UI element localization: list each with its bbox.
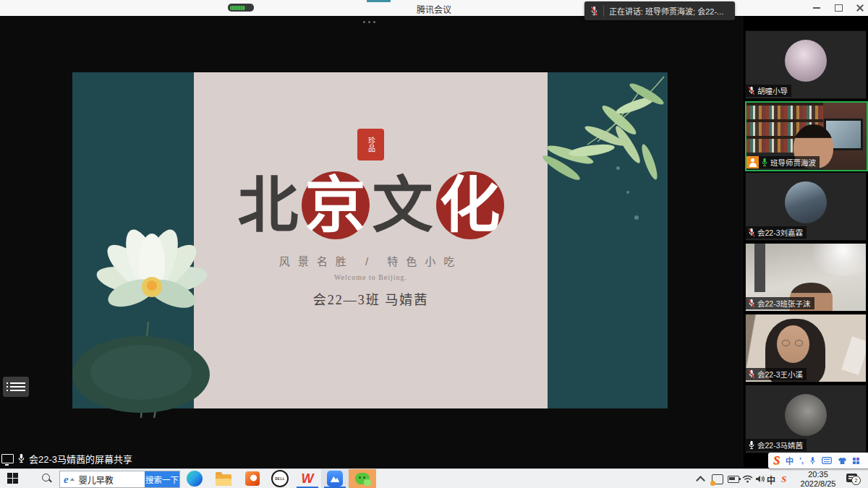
window-title: 腾讯会议 [0, 3, 868, 15]
mic-muted-icon [748, 86, 755, 95]
mic-on-icon [17, 453, 25, 463]
taskbar-edge-button[interactable] [181, 469, 208, 488]
bubble-dot [626, 191, 629, 194]
soft-keyboard-icon[interactable] [822, 457, 832, 464]
participant-tile-active-speaker[interactable]: 班导师贾海波 [745, 101, 868, 171]
volume-icon[interactable] [755, 475, 765, 483]
participant-tile[interactable]: 胡曈小导 [745, 30, 867, 99]
shared-screen-stage: 珍品 北 京 文 化 风景名胜 / 特色小吃 Welcome to Beijin… [0, 16, 868, 468]
search-query-text[interactable]: 婴儿早教 [79, 474, 114, 486]
screen-share-banner-text: 会22-3马婧茜的屏幕共享 [29, 452, 132, 466]
taskbar-wechat-button[interactable] [349, 469, 376, 488]
caret-up-icon [70, 478, 75, 481]
maximize-button[interactable] [827, 0, 849, 16]
top-teal-indicator [367, 0, 391, 2]
taskbar-clock[interactable]: 20:35 2022/8/25 [796, 470, 841, 488]
minimize-icon [813, 7, 820, 9]
participant-name: 会22-3马婧茜 [757, 440, 803, 450]
avatar [785, 40, 827, 82]
tray-overflow-chevron-icon[interactable] [696, 476, 705, 485]
bubble-dot [634, 215, 639, 220]
title-bar[interactable]: 腾讯会议 [0, 0, 868, 17]
taskbar-dell-button[interactable]: DELL [266, 469, 294, 488]
taskbar-search-icon[interactable] [42, 474, 52, 484]
toolbox-grid-icon[interactable] [853, 458, 859, 464]
ime-language-indicator[interactable]: 中 [767, 474, 775, 486]
title-char-dark: 文 [373, 171, 433, 239]
title-char-dark: 北 [237, 171, 298, 239]
toast-divider [603, 6, 604, 17]
taskbar-office-button[interactable] [239, 469, 266, 488]
participant-name: 会22-3王小溪 [757, 369, 803, 380]
battery-icon[interactable] [728, 476, 739, 483]
ime-mode-chinese[interactable]: 中 [786, 455, 793, 466]
seal-text: 珍品 [367, 137, 375, 153]
bubble-dot [616, 166, 620, 170]
tray-tablet-icon[interactable] [712, 474, 723, 484]
mic-on-icon [748, 440, 755, 450]
taskbar-explorer-button[interactable] [210, 469, 237, 488]
red-seal-stamp: 珍品 [357, 129, 384, 160]
lotus-flower-illustration [69, 217, 224, 419]
mic-active-icon [761, 158, 768, 167]
taskbar-search-box[interactable]: e 婴儿早教 搜索一下 [59, 471, 180, 488]
maximize-icon [835, 4, 843, 12]
browser-e-logo-icon: e [64, 474, 69, 486]
slide-title: 北 京 文 化 [194, 165, 548, 246]
toolbar-handle-dots[interactable] [363, 21, 375, 23]
participant-nametag: 会22-3刘嘉霖 [746, 226, 807, 239]
list-icon [7, 382, 25, 384]
participant-nametag: 会22-3班张子沫 [746, 297, 814, 309]
window-edge [754, 244, 765, 292]
taskbar-meeting-button[interactable] [321, 469, 349, 488]
office-icon [245, 471, 260, 486]
participant-tile[interactable]: 会22-3马婧茜 [745, 385, 867, 453]
tencent-meeting-icon [327, 471, 343, 487]
participant-nametag: 会22-3马婧茜 [746, 439, 807, 451]
voice-input-icon[interactable] [809, 456, 816, 466]
screen-share-icon [1, 454, 14, 463]
action-center-icon[interactable]: 2 [846, 474, 857, 482]
speaking-toast-text: 正在讲话: 班导师贾海波; 会22-... [609, 5, 723, 17]
wechat-icon [355, 473, 370, 484]
participant-tile[interactable]: 会22-3刘嘉霖 [745, 172, 867, 241]
close-button[interactable] [849, 0, 868, 16]
minimize-button[interactable] [806, 0, 827, 16]
punctuation-icon[interactable]: ’, [799, 456, 804, 465]
slide-welcome-text: Welcome to Beijing. [194, 273, 548, 281]
title-char-red-circle: 京 [302, 171, 370, 239]
sogou-tray-icon[interactable]: S [781, 474, 786, 485]
mic-muted-icon [748, 299, 755, 308]
close-icon [856, 4, 864, 12]
speaking-toast[interactable]: 正在讲话: 班导师贾海波; 会22-... [584, 1, 735, 20]
sidebar-expand-button[interactable] [3, 377, 29, 397]
dell-icon: DELL [271, 470, 289, 487]
search-go-button[interactable]: 搜索一下 [145, 471, 179, 487]
participant-name: 班导师贾海波 [770, 157, 816, 168]
taskbar-wps-button[interactable]: W [294, 469, 321, 488]
notification-badge: 2 [851, 476, 861, 485]
participant-name: 会22-3刘嘉霖 [757, 227, 803, 238]
slide-author: 会22—3班 马婧茜 [194, 289, 548, 308]
participant-nametag: 会22-3王小溪 [746, 368, 807, 380]
start-button[interactable] [7, 473, 18, 484]
clock-time: 20:35 [796, 470, 841, 479]
tencent-meeting-window: 腾讯会议 正在讲话: 班导师贾海波; 会22-... 珍品 北 [0, 0, 868, 488]
participant-nametag-row: 班导师贾海波 [746, 156, 820, 168]
participant-name: 会22-3班张子沫 [757, 298, 811, 309]
mic-muted-icon [748, 369, 755, 379]
avatar [785, 181, 827, 223]
title-char-red-circle: 化 [436, 171, 504, 239]
host-badge-icon [746, 156, 759, 168]
wps-icon: W [302, 471, 314, 487]
skin-shirt-icon[interactable] [838, 457, 847, 465]
wifi-icon[interactable] [742, 475, 753, 483]
participants-sidebar: 胡曈小导 [744, 16, 868, 468]
sogou-logo-icon[interactable]: S [773, 454, 780, 467]
participant-tile[interactable]: 会22-3班张子沫 [745, 243, 867, 312]
windows-taskbar: e 婴儿早教 搜索一下 DELL W [0, 468, 868, 488]
sogou-ime-toolbar[interactable]: S 中 ’, [768, 453, 868, 468]
file-explorer-icon [216, 474, 231, 486]
edge-browser-icon [187, 471, 203, 487]
participant-tile[interactable]: 会22-3王小溪 [745, 314, 867, 382]
